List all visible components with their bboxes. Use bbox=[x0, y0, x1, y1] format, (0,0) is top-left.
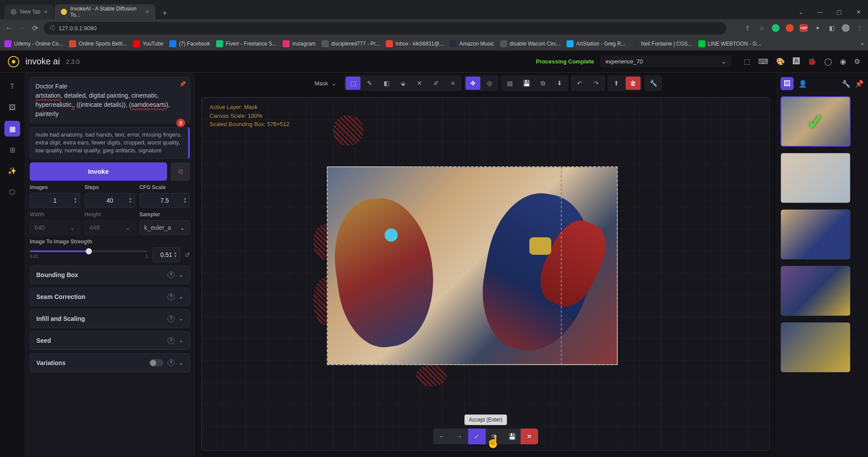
negative-prompt-input[interactable]: nude bad anatomy, bad hands, text, error… bbox=[30, 127, 190, 159]
bookmark-item[interactable]: disable Wacom Circ... bbox=[500, 40, 560, 47]
extension-icon[interactable] bbox=[772, 24, 780, 32]
bookmark-item[interactable]: LINE WEBTOON - G... bbox=[698, 40, 761, 47]
bookmark-item[interactable]: Amazon Music bbox=[450, 40, 494, 47]
cfg-input[interactable]: 7.5▲▼ bbox=[140, 193, 190, 208]
bbox-move-tool[interactable]: ✥ bbox=[466, 77, 480, 90]
img2img-tab[interactable]: 🖼 bbox=[4, 100, 20, 116]
bookmarks-overflow-icon[interactable]: » bbox=[861, 41, 864, 47]
pin-icon[interactable]: 📌 bbox=[855, 80, 864, 88]
training-tab[interactable]: ⬡ bbox=[4, 184, 20, 200]
settings-icon[interactable]: ⚙ bbox=[854, 57, 860, 66]
gallery-thumbnail[interactable]: ✓ bbox=[780, 96, 850, 147]
reset-view-tool[interactable]: ◎ bbox=[482, 77, 497, 90]
eraser-tool[interactable]: ◧ bbox=[379, 77, 394, 90]
infill-scaling-accordion[interactable]: Infill and Scaling ?⌄ bbox=[30, 309, 190, 328]
steps-input[interactable]: 40▲▼ bbox=[84, 193, 135, 208]
profile-icon[interactable] bbox=[842, 24, 850, 32]
postprocess-tab[interactable]: ✨ bbox=[4, 163, 20, 179]
options-icon[interactable]: ≡ bbox=[445, 77, 460, 90]
height-select[interactable]: 448⌄ bbox=[84, 220, 135, 235]
save-icon[interactable]: 💾 bbox=[519, 77, 534, 90]
txt2img-tab[interactable]: T bbox=[4, 79, 20, 95]
redo-icon[interactable]: ↷ bbox=[589, 77, 604, 90]
discard-staging-button[interactable]: ✕ bbox=[521, 429, 538, 444]
layer-select[interactable]: Mask⌄ bbox=[309, 77, 342, 89]
bookmark-item[interactable]: Inbox - klk56831@... bbox=[386, 40, 444, 47]
cube-icon[interactable]: ⬚ bbox=[744, 57, 750, 66]
width-select[interactable]: 640⌄ bbox=[30, 220, 80, 235]
back-icon[interactable]: ← bbox=[4, 24, 13, 32]
new-tab-button[interactable]: + bbox=[159, 7, 171, 19]
bookmark-item[interactable]: Udemy - Online Co... bbox=[4, 40, 63, 47]
extension-icon[interactable]: ABP bbox=[800, 24, 808, 32]
extensions-icon[interactable]: ✦ bbox=[814, 24, 822, 32]
fill-tool[interactable]: ⬙ bbox=[396, 77, 410, 90]
gallery-thumbnail[interactable] bbox=[780, 153, 850, 203]
info-icon[interactable]: ? bbox=[168, 359, 175, 366]
bookmark-item[interactable]: Neil Fontaine | CGS... bbox=[631, 40, 692, 47]
close-icon[interactable]: ✕ bbox=[849, 4, 868, 19]
bookmark-item[interactable]: Fiverr - Freelance S... bbox=[216, 40, 276, 47]
reset-icon[interactable]: ↺ bbox=[185, 251, 190, 258]
nodes-tab[interactable]: ⊞ bbox=[4, 142, 20, 158]
variations-toggle[interactable] bbox=[149, 359, 163, 367]
next-staging-button[interactable]: → bbox=[451, 429, 468, 444]
sampler-select[interactable]: k_euler_a⌄ bbox=[140, 220, 190, 235]
palette-icon[interactable]: 🎨 bbox=[776, 57, 785, 66]
github-icon[interactable]: ◯ bbox=[824, 57, 832, 66]
sidepanel-icon[interactable]: ◧ bbox=[828, 24, 836, 32]
bookmark-item[interactable]: ArtStation - Greg R... bbox=[567, 40, 625, 47]
save-staging-button[interactable]: 💾 bbox=[503, 429, 521, 444]
undo-icon[interactable]: ↶ bbox=[572, 77, 587, 90]
extension-icon[interactable] bbox=[786, 24, 794, 32]
merge-icon[interactable]: ▤ bbox=[502, 77, 517, 90]
star-icon[interactable]: ☆ bbox=[758, 24, 766, 32]
info-icon[interactable]: ? bbox=[168, 315, 175, 322]
bug-icon[interactable]: 🐞 bbox=[808, 57, 816, 66]
gallery-thumbnail[interactable] bbox=[780, 209, 850, 260]
maximize-icon[interactable]: ▢ bbox=[830, 4, 849, 19]
unified-canvas-tab[interactable]: ▦ bbox=[4, 121, 20, 137]
reload-icon[interactable]: ⟳ bbox=[31, 24, 39, 32]
chevron-down-icon[interactable]: ⌄ bbox=[791, 4, 810, 19]
info-icon[interactable]: ? bbox=[168, 337, 175, 344]
positive-prompt-input[interactable]: 📌 Doctor Fate artstation, detailed, digi… bbox=[30, 77, 190, 123]
close-icon[interactable]: × bbox=[44, 8, 47, 15]
bookmark-item[interactable]: YouTube bbox=[133, 40, 163, 47]
color-picker-tool[interactable]: ✐ bbox=[429, 77, 444, 90]
browser-tab-newtab[interactable]: New Tab × bbox=[4, 4, 54, 19]
language-icon[interactable]: 🅰 bbox=[793, 57, 800, 66]
canvas-settings-icon[interactable]: 🔧 bbox=[646, 77, 661, 90]
gallery-user-tab[interactable]: 👤 bbox=[796, 77, 809, 90]
canvas-viewport[interactable]: Active Layer: Mask Canvas Scale: 100% Sc… bbox=[201, 97, 770, 451]
pin-icon[interactable]: 📌 bbox=[179, 80, 186, 88]
upload-icon[interactable]: ⬆ bbox=[609, 77, 624, 90]
prev-staging-button[interactable]: ← bbox=[433, 429, 451, 444]
cancel-button[interactable]: ⊘ bbox=[171, 162, 190, 181]
bounding-box-accordion[interactable]: Bounding Box ?⌄ bbox=[30, 266, 190, 284]
close-icon[interactable]: × bbox=[145, 8, 149, 15]
clear-tool[interactable]: ✕ bbox=[412, 77, 427, 90]
info-icon[interactable]: ? bbox=[168, 271, 175, 278]
gallery-thumbnail[interactable] bbox=[780, 266, 850, 316]
model-select[interactable]: experience_70 ⌄ bbox=[600, 56, 732, 67]
seed-accordion[interactable]: Seed ?⌄ bbox=[30, 331, 190, 350]
bookmark-item[interactable]: Instagram bbox=[283, 40, 315, 47]
clear-canvas-icon[interactable]: 🗑 bbox=[626, 77, 640, 90]
variations-accordion[interactable]: Variations ?⌄ bbox=[30, 353, 190, 373]
gallery-images-tab[interactable]: 🖼 bbox=[780, 77, 794, 90]
info-icon[interactable]: ? bbox=[168, 293, 175, 300]
bookmark-item[interactable]: Online Sports Betti... bbox=[69, 40, 127, 47]
url-input[interactable]: ⓘ 127.0.0.1:9090 bbox=[44, 22, 726, 35]
i2i-strength-slider[interactable] bbox=[30, 250, 148, 252]
invoke-button[interactable]: Invoke bbox=[30, 162, 167, 181]
minimize-icon[interactable]: — bbox=[810, 4, 830, 19]
move-tool[interactable]: ⬚ bbox=[346, 77, 360, 90]
bookmark-item[interactable]: discipleneil777 - Pr... bbox=[322, 40, 380, 47]
menu-icon[interactable]: ⋮ bbox=[856, 24, 864, 32]
accept-staging-button[interactable]: ✓ bbox=[468, 429, 486, 444]
discord-icon[interactable]: ◉ bbox=[840, 57, 846, 66]
browser-tab-invokeai[interactable]: InvokeAI - A Stable Diffusion To... × bbox=[55, 4, 155, 19]
copy-icon[interactable]: ⧉ bbox=[536, 77, 550, 90]
download-icon[interactable]: ⬇ bbox=[552, 77, 567, 90]
